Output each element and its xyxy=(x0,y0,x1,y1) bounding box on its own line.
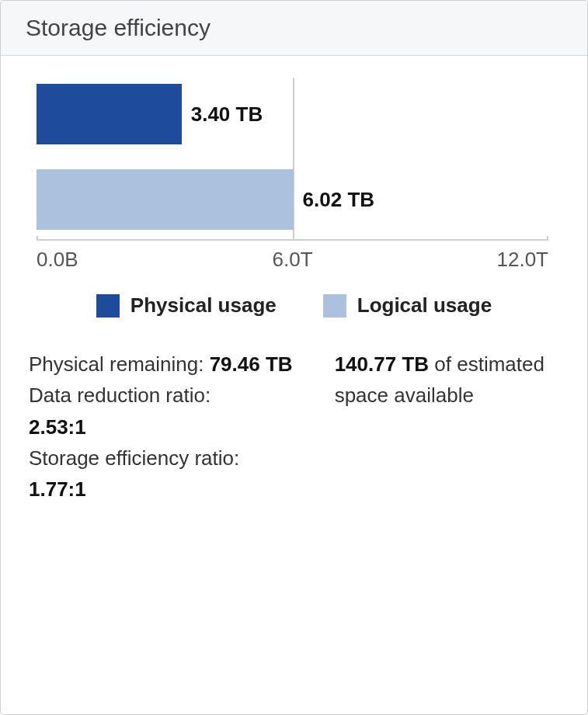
stats-section: Physical remaining: 79.46 TB Data reduct… xyxy=(29,349,559,505)
stat-estimated-value: 140.77 TB xyxy=(335,352,429,376)
stat-physical-remaining: Physical remaining: 79.46 TB xyxy=(29,349,304,380)
stat-physical-remaining-value: 79.46 TB xyxy=(210,352,293,376)
bar-logical-usage xyxy=(37,169,294,230)
legend-swatch-logical xyxy=(323,294,346,318)
chart-legend: Physical usage Logical usage xyxy=(29,293,559,318)
storage-efficiency-panel: Storage efficiency 3.40 TB 6.02 TB 0.0B … xyxy=(0,0,588,715)
legend-label-physical: Physical usage xyxy=(130,293,277,318)
stat-storage-efficiency-value: 1.77:1 xyxy=(29,474,304,505)
axis-tick-12: 12.0T xyxy=(497,248,549,272)
axis-tick-0: 0.0B xyxy=(37,248,78,272)
panel-title: Storage efficiency xyxy=(1,1,587,56)
legend-swatch-physical xyxy=(96,294,120,318)
bar-physical-label: 3.40 TB xyxy=(191,102,263,127)
stat-data-reduction-label: Data reduction ratio: xyxy=(29,380,304,411)
stat-data-reduction: Data reduction ratio: 2.53:1 xyxy=(29,380,304,443)
stat-data-reduction-value: 2.53:1 xyxy=(29,411,304,443)
stat-storage-efficiency-label: Storage efficiency ratio: xyxy=(29,443,304,474)
usage-bar-chart: 3.40 TB 6.02 TB 0.0B 6.0T 12.0T xyxy=(29,78,559,272)
stat-storage-efficiency: Storage efficiency ratio: 1.77:1 xyxy=(29,443,304,505)
chart-plot-area: 3.40 TB 6.02 TB xyxy=(37,78,548,241)
stat-physical-remaining-label: Physical remaining: xyxy=(29,352,210,376)
bar-physical-usage xyxy=(37,84,182,144)
stat-estimated-available: 140.77 TB of estimated space available xyxy=(335,349,559,411)
legend-logical: Logical usage xyxy=(323,293,492,318)
panel-body: 3.40 TB 6.02 TB 0.0B 6.0T 12.0T Physical… xyxy=(1,56,587,714)
legend-label-logical: Logical usage xyxy=(357,293,492,318)
stats-right-column: 140.77 TB of estimated space available xyxy=(335,349,559,505)
axis-tick-6: 6.0T xyxy=(272,248,312,272)
bar-logical-label: 6.02 TB xyxy=(303,188,375,212)
stats-left-column: Physical remaining: 79.46 TB Data reduct… xyxy=(29,349,304,505)
legend-physical: Physical usage xyxy=(96,293,277,318)
chart-baseline xyxy=(37,239,548,241)
